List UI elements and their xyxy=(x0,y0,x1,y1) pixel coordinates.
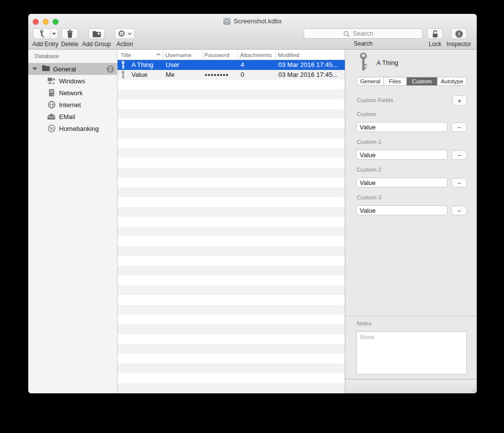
sidebar-item-label: Network xyxy=(59,89,83,97)
sidebar-item-general[interactable]: General 2 xyxy=(28,63,117,75)
inspector-tabs: General Files Custom Autotype xyxy=(357,77,467,86)
remove-field-button[interactable]: − xyxy=(451,150,467,160)
key-icon xyxy=(359,53,368,72)
globe-icon xyxy=(47,101,56,109)
inspector-label: Inspector xyxy=(446,41,471,48)
sort-ascending-icon xyxy=(156,53,161,56)
cell-username: User xyxy=(166,60,179,70)
table-body: A Thing User 4 03 Mar 2016 17:45... Valu… xyxy=(118,60,345,393)
add-group-label: Add Group xyxy=(82,41,111,48)
cell-attachments: 0 xyxy=(241,70,244,80)
svg-text:i: i xyxy=(458,31,459,37)
screen: Screenshot.kdbx + Add Entry xyxy=(0,0,504,433)
delete-label: Delete xyxy=(61,41,78,48)
lock-label: Lock xyxy=(429,41,441,48)
add-field-button[interactable]: + xyxy=(452,95,467,106)
action-label: Action xyxy=(117,41,133,48)
sidebar-item-label: EMail xyxy=(59,113,75,121)
tab-general[interactable]: General xyxy=(357,77,384,85)
sidebar-item-email[interactable]: EMail xyxy=(28,111,117,123)
toolbar: + Add Entry Delete Add Gr xyxy=(28,28,477,50)
minus-icon: − xyxy=(457,180,461,186)
cell-username: Me xyxy=(166,70,175,80)
envelope-icon xyxy=(47,113,56,120)
cell-modified: 03 Mar 2016 17:45... xyxy=(278,60,338,70)
info-icon: i xyxy=(455,30,463,38)
custom-field-input[interactable] xyxy=(356,122,447,132)
notes-label: Notes xyxy=(357,320,372,326)
svg-text:+: + xyxy=(42,35,44,38)
disclosure-triangle-icon[interactable] xyxy=(32,67,37,70)
remove-field-button[interactable]: − xyxy=(451,206,467,215)
key-icon xyxy=(121,70,125,80)
entry-title: A Thing xyxy=(377,59,398,66)
tab-files[interactable]: Files xyxy=(384,77,407,85)
inspector-button[interactable]: i xyxy=(451,28,467,39)
key-plus-icon: + xyxy=(33,29,51,39)
action-button[interactable]: ⚙ xyxy=(115,28,135,39)
table-header: Title Username Password Attachments Modi… xyxy=(118,50,345,60)
custom-field-input[interactable] xyxy=(356,205,447,215)
table-row[interactable]: A Thing User 4 03 Mar 2016 17:45... xyxy=(118,60,345,70)
column-header-attachments[interactable]: Attachments xyxy=(240,50,272,60)
sidebar: Database General 2 Windows xyxy=(28,50,118,393)
sidebar-item-label: General xyxy=(53,65,76,73)
svg-text:%: % xyxy=(50,126,54,131)
windows-network-icon xyxy=(47,77,56,85)
entry-count-badge: 2 xyxy=(107,65,114,73)
search-input[interactable] xyxy=(304,29,422,38)
gear-icon: ⚙ xyxy=(118,29,126,38)
sidebar-item-homebanking[interactable]: % Homebanking xyxy=(28,123,117,134)
unlock-icon xyxy=(431,30,439,38)
cell-title: Value xyxy=(131,70,147,80)
add-group-button[interactable] xyxy=(88,28,105,39)
column-header-modified[interactable]: Modified xyxy=(278,50,299,60)
field-label: Custom xyxy=(357,111,377,117)
key-icon xyxy=(121,60,125,70)
folder-icon xyxy=(42,64,50,73)
minus-icon: − xyxy=(457,207,461,214)
cell-password: •••••••• xyxy=(205,70,229,80)
title-bar[interactable]: Screenshot.kdbx xyxy=(28,14,477,28)
search-label: Search xyxy=(354,40,373,47)
document-icon xyxy=(223,17,231,25)
field-label: Custom-3 xyxy=(357,194,381,200)
custom-field-input[interactable] xyxy=(356,178,447,187)
minus-icon: − xyxy=(457,124,461,131)
trash-icon xyxy=(66,30,74,38)
window-title: Screenshot.kdbx xyxy=(234,17,282,25)
server-icon xyxy=(47,89,56,97)
field-label: Custom-2 xyxy=(357,167,381,173)
window-header: Screenshot.kdbx + Add Entry xyxy=(28,14,477,50)
remove-field-button[interactable]: − xyxy=(451,123,467,132)
sidebar-item-network[interactable]: Network xyxy=(28,87,117,99)
sidebar-section-header: Database xyxy=(35,53,59,59)
resize-grip[interactable] xyxy=(470,387,476,392)
add-entry-label: Add Entry xyxy=(32,41,59,48)
delete-button[interactable] xyxy=(62,28,78,39)
inspector-panel: A Thing General Files Custom Autotype Cu… xyxy=(345,50,477,393)
add-entry-button[interactable]: + xyxy=(33,28,58,39)
column-header-password[interactable]: Password xyxy=(204,50,230,60)
percent-icon: % xyxy=(47,124,56,132)
sidebar-item-internet[interactable]: Internet xyxy=(28,99,117,111)
divider xyxy=(345,316,477,316)
chevron-down-icon xyxy=(127,32,132,35)
table-row[interactable]: Value Me •••••••• 0 03 Mar 2016 17:45... xyxy=(118,70,345,80)
custom-field-input[interactable] xyxy=(356,150,447,160)
plus-icon: + xyxy=(457,97,462,104)
inspector-footer xyxy=(345,379,477,393)
sidebar-item-label: Windows xyxy=(59,77,85,85)
cell-attachments: 4 xyxy=(241,60,244,70)
notes-textarea[interactable] xyxy=(356,331,467,374)
search-field xyxy=(304,28,423,39)
column-header-title[interactable]: Title xyxy=(121,50,131,60)
custom-fields-label: Custom Fields xyxy=(357,97,393,103)
sidebar-item-windows[interactable]: Windows xyxy=(28,75,117,87)
column-header-username[interactable]: Username xyxy=(165,50,191,60)
remove-field-button[interactable]: − xyxy=(451,178,467,187)
lock-button[interactable] xyxy=(427,28,443,39)
tab-autotype[interactable]: Autotype xyxy=(438,77,466,85)
tab-custom[interactable]: Custom xyxy=(407,77,438,85)
field-label: Custom-1 xyxy=(357,139,381,145)
